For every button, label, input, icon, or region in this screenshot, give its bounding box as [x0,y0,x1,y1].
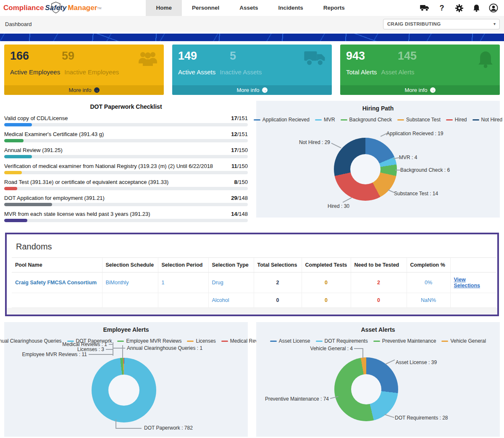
progress-fill [4,219,27,222]
progress-fill [4,123,32,126]
arrow-circle-right-icon [262,87,268,93]
col-selection-schedule: Selection Schedule [102,258,158,273]
checklist-item: DOT Application for employment (391.21)2… [4,195,248,206]
company-selector-value: CRAIG DISTRIBUTING [387,21,441,26]
hiring-path-donut [334,138,397,201]
slice-label: Preventive Maintenance : 74 [258,396,329,402]
progress-fill [4,171,22,174]
hiring-path-chart: Hiring Path Application Recieved MVR Bac… [256,101,500,218]
total-alerts-count: 943 [346,50,365,63]
asset-alerts-count: 145 [398,50,417,63]
header-icon-group: ? [420,0,504,16]
active-employees-count: 166 [10,50,29,63]
checklist-count: 29/148 [231,195,248,201]
checklist-item: Valid copy of CDL/License17/151 [4,115,248,126]
slice-label: Annual Clearinghouse Queries : 1 [127,345,202,351]
breadcrumb: Dashboard [5,21,32,27]
table-header-row: Pool Name Selection Schedule Selection P… [12,258,496,273]
active-assets-count: 149 [178,50,197,63]
company-selector[interactable]: CRAIG DISTRIBUTING ▾ [383,19,500,29]
active-assets-label: Active Assets [178,68,215,76]
slice-label: DOT Paperwork : 782 [144,425,193,431]
main-nav: Home Personnel Assets Incidents Reports [146,0,354,16]
nav-assets[interactable]: Assets [229,0,268,16]
assets-more-info-button[interactable]: More info [172,85,332,95]
dot-paperwork-checklist: DOT Paperwork Checklist Valid copy of CD… [4,101,248,227]
truck-icon [304,50,326,68]
checklist-item: Medical Examiner's Certificate (391.43 g… [4,131,248,142]
alerts-stat-card: 943 145 Total Alerts Asset Alerts More i… [340,45,500,95]
slice-label: Background Check : 6 [400,167,450,173]
slice-label: Vehicle General : 4 [286,346,353,351]
truck-icon[interactable] [420,3,429,13]
checklist-count: 17/151 [231,115,248,121]
checklist-item: Verification of medical examiner from Na… [4,163,248,174]
slice-label: DOT Requirements : 28 [395,415,448,421]
chart-title: Employee Alerts [4,322,248,333]
logo-manager: Manager [68,4,97,12]
nav-incidents[interactable]: Incidents [268,0,313,16]
decorative-banner [0,34,504,41]
nav-personnel[interactable]: Personnel [182,0,229,16]
nav-home[interactable]: Home [146,0,182,16]
inactive-assets-count: 5 [230,50,236,63]
progress-track [4,155,248,158]
toolbar: Dashboard CRAIG DISTRIBUTING ▾ [0,16,504,32]
inactive-employees-count: 59 [62,50,74,63]
col-total-selections: Total Selections [254,258,302,273]
col-actions [450,258,496,273]
slice-label: Hired : 30 [328,203,349,209]
top-navigation-bar: ComplianceSafetyManagerTM Home Personnel… [0,0,504,16]
employees-more-info-button[interactable]: More info [4,85,164,95]
inactive-employees-label: Inactive Employees [64,68,119,76]
col-selection-period: Selection Period [158,258,208,273]
checklist-item: Annual Review (391.25)17/150 [4,147,248,158]
active-employees-label: Active Employees [10,68,60,76]
chart-title: Asset Alerts [256,322,500,333]
col-completion-pct: Completion % [407,258,450,273]
help-icon[interactable]: ? [437,3,446,13]
progress-track [4,139,248,142]
checklist-title: DOT Paperwork Checklist [4,103,248,110]
slice-label: Substance Test : 14 [394,191,438,197]
asset-alerts-chart: Asset Alerts Asset License DOT Requireme… [256,322,500,437]
stat-cards-row: 166 59 Active Employees Inactive Employe… [4,45,500,95]
notifications-icon[interactable] [472,3,481,13]
inactive-assets-label: Inactive Assets [220,68,262,76]
progress-fill [4,155,32,158]
employee-alerts-donut [92,358,156,422]
table-row: Craig Safety FMCSA Consortium BiMonthly … [12,273,496,293]
asset-alerts-label: Asset Alerts [381,68,414,76]
checklist-item: MVR from each state license was held pas… [4,211,248,222]
table-row: Alcohol 0 0 0 NaN% [12,293,496,308]
pool-name-link[interactable]: Craig Safety FMCSA Consortium [12,273,102,293]
randoms-panel: Randoms Pool Name Selection Schedule Sel… [5,233,499,316]
alerts-more-info-button[interactable]: More info [340,85,500,95]
account-icon[interactable] [489,3,498,13]
randoms-title: Randoms [16,242,492,252]
checklist-count: 8/150 [234,179,248,185]
app-logo[interactable]: ComplianceSafetyManagerTM [0,0,105,16]
checklist-count: 12/151 [231,131,248,137]
checklist-count: 11/150 [231,163,248,169]
chart-title: Hiring Path [256,101,500,112]
checklist-item: Road Test (391.31e) or certificate of eq… [4,179,248,190]
progress-fill [4,203,52,206]
randoms-table: Pool Name Selection Schedule Selection P… [12,257,496,308]
progress-track [4,171,248,174]
col-need-to-be-tested: Need to be Tested [351,258,407,273]
view-selections-link[interactable]: View Selections [450,273,496,293]
bell-icon [477,50,494,71]
progress-track [4,203,248,206]
employee-alerts-chart: Employee Alerts Annual Clearinghouse Que… [4,322,248,437]
settings-icon[interactable] [454,3,464,13]
chart-legend: Application Recieved MVR Background Chec… [256,117,500,123]
logo-trademark: TM [97,7,101,10]
nav-reports[interactable]: Reports [313,0,355,16]
progress-track [4,187,248,190]
progress-track [4,219,248,222]
progress-track [4,123,248,126]
logo-compliance: Compliance [3,4,44,12]
arrow-circle-right-icon [94,87,100,93]
slice-label: Not Hired : 29 [281,139,330,145]
